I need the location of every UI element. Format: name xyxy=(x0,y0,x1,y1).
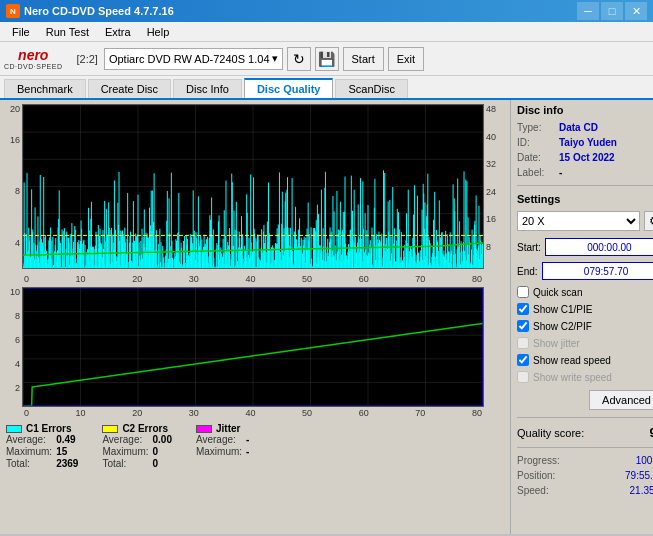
tab-create-disc[interactable]: Create Disc xyxy=(88,79,171,98)
main-content: 201684 01020304050607080 48403224168 108… xyxy=(0,100,653,534)
jitter-label: Jitter xyxy=(216,423,240,434)
c2-avg-label: Average: xyxy=(102,434,148,445)
show-jitter-checkbox[interactable] xyxy=(517,337,529,349)
quick-scan-checkbox[interactable] xyxy=(517,286,529,298)
chart-top xyxy=(22,104,484,269)
menu-bar: File Run Test Extra Help xyxy=(0,22,653,42)
maximize-button[interactable]: □ xyxy=(601,2,623,20)
show-read-speed-label: Show read speed xyxy=(533,355,611,366)
jitter-max-val: - xyxy=(246,446,249,457)
show-c1pie-checkbox[interactable] xyxy=(517,303,529,315)
toolbar: nero CD·DVD·SPEED [2:2] Optiarc DVD RW A… xyxy=(0,42,653,76)
show-read-speed-row: Show read speed xyxy=(517,354,653,366)
y-axis-left-bottom: 108642 xyxy=(4,287,22,407)
date-val: 15 Oct 2022 xyxy=(559,152,615,163)
position-row: Position: 79:55.61 xyxy=(517,470,653,481)
show-write-speed-checkbox[interactable] xyxy=(517,371,529,383)
id-key: ID: xyxy=(517,137,555,148)
drive-name: Optiarc DVD RW AD-7240S 1.04 xyxy=(109,53,270,65)
c2-total-label: Total: xyxy=(102,458,148,469)
advanced-button[interactable]: Advanced xyxy=(589,390,653,410)
c2-total-val: 0 xyxy=(153,458,172,469)
y-axis-left-top: 201684 xyxy=(4,104,22,269)
tab-disc-quality[interactable]: Disc Quality xyxy=(244,78,334,98)
menu-help[interactable]: Help xyxy=(139,24,178,40)
app-title: Nero CD-DVD Speed 4.7.7.16 xyxy=(24,5,174,17)
chart-area: 201684 01020304050607080 48403224168 108… xyxy=(0,100,510,534)
y-axis-right-top: 48403224168 xyxy=(484,104,506,269)
show-c2pif-row: Show C2/PIF xyxy=(517,320,653,332)
date-key: Date: xyxy=(517,152,555,163)
end-row: End: xyxy=(517,262,653,280)
legend: C1 Errors Average: 0.49 Maximum: 15 Tota… xyxy=(4,419,506,473)
show-c2pif-checkbox[interactable] xyxy=(517,320,529,332)
jitter-color-swatch xyxy=(196,425,212,433)
tab-benchmark[interactable]: Benchmark xyxy=(4,79,86,98)
legend-c1: C1 Errors Average: 0.49 Maximum: 15 Tota… xyxy=(6,423,78,469)
drive-selector[interactable]: Optiarc DVD RW AD-7240S 1.04 ▾ xyxy=(104,48,283,70)
settings-title: Settings xyxy=(517,193,653,205)
minimize-button[interactable]: ─ xyxy=(577,2,599,20)
jitter-max-label: Maximum: xyxy=(196,446,242,457)
app-icon: N xyxy=(6,4,20,18)
refresh-icon-btn[interactable]: ↻ xyxy=(287,47,311,71)
x-axis-top: 01020304050607080 xyxy=(22,273,484,285)
speed-label: Speed: xyxy=(517,485,549,496)
c1-color-swatch xyxy=(6,425,22,433)
label-key: Label: xyxy=(517,167,555,178)
quick-scan-label: Quick scan xyxy=(533,287,582,298)
type-val: Data CD xyxy=(559,122,598,133)
c1-total-label: Total: xyxy=(6,458,52,469)
show-jitter-row: Show jitter xyxy=(517,337,653,349)
menu-file[interactable]: File xyxy=(4,24,38,40)
progress-val: 100 % xyxy=(636,455,653,466)
show-c1pie-label: Show C1/PIE xyxy=(533,304,592,315)
progress-label: Progress: xyxy=(517,455,560,466)
c1-total-val: 2369 xyxy=(56,458,78,469)
tab-bar: Benchmark Create Disc Disc Info Disc Qua… xyxy=(0,76,653,100)
speed-select[interactable]: 20 X xyxy=(517,211,640,231)
start-button[interactable]: Start xyxy=(343,47,384,71)
separator-3 xyxy=(517,447,653,448)
c1-avg-label: Average: xyxy=(6,434,52,445)
exit-button[interactable]: Exit xyxy=(388,47,424,71)
menu-run-test[interactable]: Run Test xyxy=(38,24,97,40)
c2-color-swatch xyxy=(102,425,118,433)
type-key: Type: xyxy=(517,122,555,133)
show-write-speed-label: Show write speed xyxy=(533,372,612,383)
show-jitter-label: Show jitter xyxy=(533,338,580,349)
menu-extra[interactable]: Extra xyxy=(97,24,139,40)
show-c1pie-row: Show C1/PIE xyxy=(517,303,653,315)
quality-score-label: Quality score: xyxy=(517,427,584,439)
nero-logo: nero CD·DVD·SPEED xyxy=(4,47,63,70)
separator-2 xyxy=(517,417,653,418)
window-controls: ─ □ ✕ xyxy=(577,2,647,20)
quality-score-val: 98 xyxy=(650,425,653,440)
close-button[interactable]: ✕ xyxy=(625,2,647,20)
right-panel: Disc info Type: Data CD ID: Taiyo Yuden … xyxy=(510,100,653,534)
position-label: Position: xyxy=(517,470,555,481)
position-val: 79:55.61 xyxy=(625,470,653,481)
c1-max-val: 15 xyxy=(56,446,78,457)
disc-info-title: Disc info xyxy=(517,104,653,116)
c2-avg-val: 0.00 xyxy=(153,434,172,445)
show-read-speed-checkbox[interactable] xyxy=(517,354,529,366)
label-val: - xyxy=(559,167,562,178)
jitter-avg-label: Average: xyxy=(196,434,242,445)
tab-scan-disc[interactable]: ScanDisc xyxy=(335,79,407,98)
settings-icon-btn[interactable]: ⚙ xyxy=(644,211,653,231)
end-input[interactable] xyxy=(542,262,653,280)
start-input[interactable] xyxy=(545,238,653,256)
c2-max-label: Maximum: xyxy=(102,446,148,457)
c2-label: C2 Errors xyxy=(122,423,168,434)
tab-disc-info[interactable]: Disc Info xyxy=(173,79,242,98)
start-label: Start: xyxy=(517,242,541,253)
c1-max-label: Maximum: xyxy=(6,446,52,457)
title-bar: N Nero CD-DVD Speed 4.7.7.16 ─ □ ✕ xyxy=(0,0,653,22)
save-icon-btn[interactable]: 💾 xyxy=(315,47,339,71)
c1-label: C1 Errors xyxy=(26,423,72,434)
quick-scan-row: Quick scan xyxy=(517,286,653,298)
id-val: Taiyo Yuden xyxy=(559,137,617,148)
legend-jitter: Jitter Average: - Maximum: - xyxy=(196,423,249,469)
c1-avg-val: 0.49 xyxy=(56,434,78,445)
